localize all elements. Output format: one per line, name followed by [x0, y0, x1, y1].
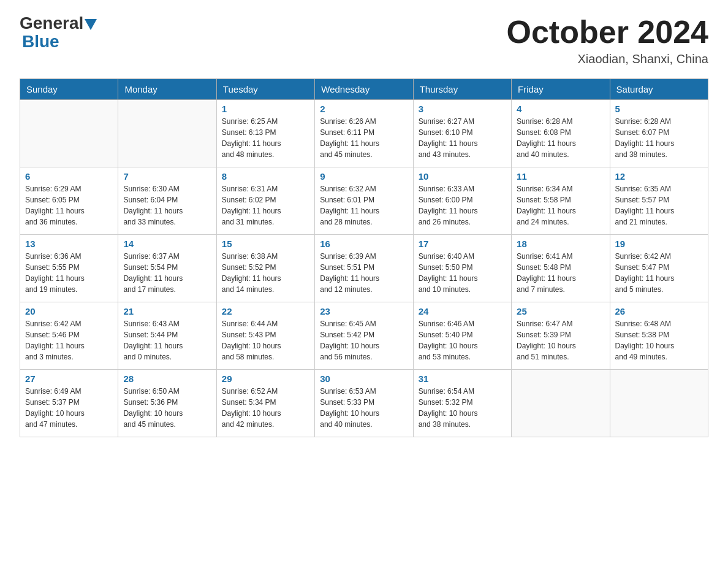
week-row-1: 1Sunrise: 6:25 AM Sunset: 6:13 PM Daylig… [20, 100, 708, 167]
week-row-4: 20Sunrise: 6:42 AM Sunset: 5:46 PM Dayli… [20, 302, 708, 370]
day-number: 12 [615, 171, 703, 182]
day-number: 2 [320, 104, 408, 114]
day-number: 31 [419, 373, 506, 384]
header-monday: Monday [118, 79, 216, 100]
calendar-cell: 28Sunrise: 6:50 AM Sunset: 5:36 PM Dayli… [118, 370, 216, 437]
calendar-cell: 3Sunrise: 6:27 AM Sunset: 6:10 PM Daylig… [413, 100, 511, 167]
title-area: October 2024 Xiaodian, Shanxi, China [507, 15, 709, 66]
header: General Blue October 2024 Xiaodian, Shan… [20, 15, 708, 66]
logo-blue: Blue [22, 32, 59, 51]
logo-area: General Blue [20, 15, 97, 52]
day-info: Sunrise: 6:32 AM Sunset: 6:01 PM Dayligh… [320, 183, 408, 228]
calendar-cell: 7Sunrise: 6:30 AM Sunset: 6:04 PM Daylig… [118, 167, 216, 235]
calendar-cell: 6Sunrise: 6:29 AM Sunset: 6:05 PM Daylig… [20, 167, 118, 235]
day-info: Sunrise: 6:40 AM Sunset: 5:50 PM Dayligh… [419, 251, 506, 295]
calendar-cell: 27Sunrise: 6:49 AM Sunset: 5:37 PM Dayli… [20, 370, 118, 437]
logo-triangle-icon [85, 19, 97, 30]
day-number: 27 [25, 373, 113, 384]
day-info: Sunrise: 6:38 AM Sunset: 5:52 PM Dayligh… [222, 251, 309, 295]
calendar-cell: 10Sunrise: 6:33 AM Sunset: 6:00 PM Dayli… [413, 167, 511, 235]
calendar-cell: 2Sunrise: 6:26 AM Sunset: 6:11 PM Daylig… [315, 100, 413, 167]
day-info: Sunrise: 6:31 AM Sunset: 6:02 PM Dayligh… [222, 183, 309, 228]
day-number: 19 [615, 239, 703, 249]
header-saturday: Saturday [610, 79, 708, 100]
day-info: Sunrise: 6:49 AM Sunset: 5:37 PM Dayligh… [25, 386, 113, 430]
day-info: Sunrise: 6:25 AM Sunset: 6:13 PM Dayligh… [222, 116, 309, 160]
calendar-cell: 13Sunrise: 6:36 AM Sunset: 5:55 PM Dayli… [20, 235, 118, 302]
calendar-cell: 8Sunrise: 6:31 AM Sunset: 6:02 PM Daylig… [216, 167, 314, 235]
day-number: 22 [222, 306, 309, 316]
day-info: Sunrise: 6:35 AM Sunset: 5:57 PM Dayligh… [615, 183, 703, 228]
day-info: Sunrise: 6:26 AM Sunset: 6:11 PM Dayligh… [320, 116, 408, 160]
day-info: Sunrise: 6:53 AM Sunset: 5:33 PM Dayligh… [320, 386, 408, 430]
calendar-cell: 26Sunrise: 6:48 AM Sunset: 5:38 PM Dayli… [610, 302, 708, 370]
day-number: 17 [419, 239, 506, 249]
calendar-cell: 19Sunrise: 6:42 AM Sunset: 5:47 PM Dayli… [610, 235, 708, 302]
calendar-table: SundayMondayTuesdayWednesdayThursdayFrid… [20, 79, 708, 437]
calendar-subtitle: Xiaodian, Shanxi, China [507, 52, 709, 66]
day-info: Sunrise: 6:42 AM Sunset: 5:46 PM Dayligh… [25, 318, 113, 362]
calendar-cell: 25Sunrise: 6:47 AM Sunset: 5:39 PM Dayli… [512, 302, 610, 370]
header-tuesday: Tuesday [216, 79, 314, 100]
day-number: 26 [615, 306, 703, 316]
calendar-cell: 5Sunrise: 6:28 AM Sunset: 6:07 PM Daylig… [610, 100, 708, 167]
day-number: 9 [320, 171, 408, 182]
calendar-cell: 1Sunrise: 6:25 AM Sunset: 6:13 PM Daylig… [216, 100, 314, 167]
day-info: Sunrise: 6:42 AM Sunset: 5:47 PM Dayligh… [615, 251, 703, 295]
day-number: 18 [517, 239, 604, 249]
day-number: 20 [25, 306, 113, 316]
calendar-cell: 9Sunrise: 6:32 AM Sunset: 6:01 PM Daylig… [315, 167, 413, 235]
day-info: Sunrise: 6:46 AM Sunset: 5:40 PM Dayligh… [419, 318, 506, 362]
calendar-cell: 31Sunrise: 6:54 AM Sunset: 5:32 PM Dayli… [413, 370, 511, 437]
day-number: 16 [320, 239, 408, 249]
day-number: 8 [222, 171, 309, 182]
day-info: Sunrise: 6:43 AM Sunset: 5:44 PM Dayligh… [123, 318, 211, 362]
day-info: Sunrise: 6:45 AM Sunset: 5:42 PM Dayligh… [320, 318, 408, 362]
day-number: 15 [222, 239, 309, 249]
calendar-cell [118, 100, 216, 167]
calendar-cell: 20Sunrise: 6:42 AM Sunset: 5:46 PM Dayli… [20, 302, 118, 370]
day-number: 3 [419, 104, 506, 114]
calendar-cell: 11Sunrise: 6:34 AM Sunset: 5:58 PM Dayli… [512, 167, 610, 235]
day-number: 28 [123, 373, 211, 384]
logo: General [20, 15, 97, 32]
calendar-cell: 17Sunrise: 6:40 AM Sunset: 5:50 PM Dayli… [413, 235, 511, 302]
calendar-cell: 22Sunrise: 6:44 AM Sunset: 5:43 PM Dayli… [216, 302, 314, 370]
calendar-cell [610, 370, 708, 437]
day-info: Sunrise: 6:41 AM Sunset: 5:48 PM Dayligh… [517, 251, 604, 295]
day-info: Sunrise: 6:28 AM Sunset: 6:07 PM Dayligh… [615, 116, 703, 160]
day-number: 30 [320, 373, 408, 384]
day-info: Sunrise: 6:52 AM Sunset: 5:34 PM Dayligh… [222, 386, 309, 430]
day-info: Sunrise: 6:47 AM Sunset: 5:39 PM Dayligh… [517, 318, 604, 362]
calendar-title: October 2024 [507, 15, 709, 50]
day-number: 14 [123, 239, 211, 249]
calendar-cell [20, 100, 118, 167]
day-info: Sunrise: 6:44 AM Sunset: 5:43 PM Dayligh… [222, 318, 309, 362]
day-number: 10 [419, 171, 506, 182]
day-info: Sunrise: 6:48 AM Sunset: 5:38 PM Dayligh… [615, 318, 703, 362]
header-sunday: Sunday [20, 79, 118, 100]
logo-general: General [20, 15, 83, 32]
day-info: Sunrise: 6:54 AM Sunset: 5:32 PM Dayligh… [419, 386, 506, 430]
header-thursday: Thursday [413, 79, 511, 100]
header-friday: Friday [512, 79, 610, 100]
day-number: 7 [123, 171, 211, 182]
calendar-cell [512, 370, 610, 437]
week-row-2: 6Sunrise: 6:29 AM Sunset: 6:05 PM Daylig… [20, 167, 708, 235]
day-info: Sunrise: 6:34 AM Sunset: 5:58 PM Dayligh… [517, 183, 604, 228]
calendar-cell: 21Sunrise: 6:43 AM Sunset: 5:44 PM Dayli… [118, 302, 216, 370]
day-info: Sunrise: 6:36 AM Sunset: 5:55 PM Dayligh… [25, 251, 113, 295]
calendar-cell: 29Sunrise: 6:52 AM Sunset: 5:34 PM Dayli… [216, 370, 314, 437]
day-info: Sunrise: 6:27 AM Sunset: 6:10 PM Dayligh… [419, 116, 506, 160]
day-number: 5 [615, 104, 703, 114]
day-info: Sunrise: 6:29 AM Sunset: 6:05 PM Dayligh… [25, 183, 113, 228]
day-info: Sunrise: 6:39 AM Sunset: 5:51 PM Dayligh… [320, 251, 408, 295]
day-info: Sunrise: 6:30 AM Sunset: 6:04 PM Dayligh… [123, 183, 211, 228]
calendar-cell: 18Sunrise: 6:41 AM Sunset: 5:48 PM Dayli… [512, 235, 610, 302]
day-number: 4 [517, 104, 604, 114]
day-number: 29 [222, 373, 309, 384]
calendar-cell: 30Sunrise: 6:53 AM Sunset: 5:33 PM Dayli… [315, 370, 413, 437]
day-number: 11 [517, 171, 604, 182]
day-info: Sunrise: 6:28 AM Sunset: 6:08 PM Dayligh… [517, 116, 604, 160]
day-info: Sunrise: 6:50 AM Sunset: 5:36 PM Dayligh… [123, 386, 211, 430]
